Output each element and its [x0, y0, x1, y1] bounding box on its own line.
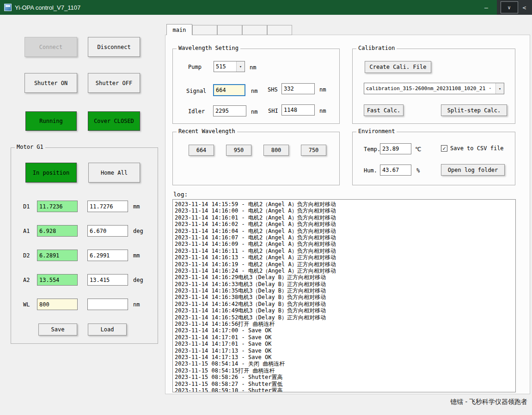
shi-input[interactable]: 1148 [281, 104, 315, 116]
idler-label: Idler [188, 108, 205, 115]
log-line: 2023-11-14 14:16:38电机3（Delay B）负方向相对移动 [175, 294, 515, 300]
log-line: 2023-11-14 14:16:42电机3（Delay B）负方向相对移动 [175, 301, 515, 307]
motor-axis-label: A1 [23, 228, 37, 234]
motor-unit-label: nm [133, 301, 140, 308]
log-line: 2023-11-14 14:16:13 - 电机2（Angel A）正方向相对移… [175, 254, 515, 261]
log-line: 2023-11-14 14:15:59 - 电机2（Angel A）负方向相对移… [175, 201, 515, 208]
pump-select[interactable]: 515 ▾ [214, 61, 245, 72]
window-controls: — ∨ < [476, 0, 532, 15]
humidity-unit-label: % [416, 167, 420, 174]
temp-value[interactable]: 23.89 [380, 143, 411, 154]
home-all-button[interactable]: Home All [88, 163, 140, 183]
shutter-on-button[interactable]: Shutter ON [24, 73, 77, 93]
motor-axis-label: A2 [23, 277, 37, 283]
log-line: 2023-11-15 08:54:14 - 关闭 曲柄连杆 [175, 360, 515, 367]
motor-current-value[interactable]: 13.554 [37, 274, 78, 286]
running-status-button[interactable]: Running [25, 111, 77, 131]
motor-unit-label: deg [133, 277, 143, 283]
log-line: 2023-11-14 14:17:01 - Save OK [175, 341, 515, 347]
load-button[interactable]: Load [88, 323, 127, 336]
calibration-file-select[interactable]: calibration_315-2600nm_20231108_1020_21 … [364, 83, 504, 94]
motor-row: D2 6.2891 6.2991 mm [23, 250, 155, 261]
app-icon [4, 4, 12, 11]
environment-group: Environment [352, 132, 515, 185]
log-line: 2023-11-14 14:16:11 - 电机2（Angel A）负方向相对移… [175, 248, 515, 254]
pump-selected-value: 515 [214, 63, 236, 70]
log-line: 2023-11-14 14:16:52电机3（Delay B）正方向相对移动 [175, 314, 515, 321]
idler-unit-label: nm [251, 109, 257, 115]
log-line: 2023-11-14 14:17:13 - Save OK [175, 354, 515, 360]
tab-unnamed-2[interactable] [192, 25, 217, 35]
recent-wavelength-button[interactable]: 664 [189, 145, 214, 156]
chevron-left-icon[interactable]: < [520, 4, 529, 11]
signal-input[interactable]: 664 [213, 84, 245, 96]
idler-input[interactable]: 2295 [213, 105, 246, 116]
tab-main[interactable]: main [166, 24, 192, 35]
pump-unit-label: nm [250, 64, 256, 71]
motor-target-input[interactable]: 6.670 [87, 225, 128, 237]
environment-title: Environment [356, 128, 397, 134]
log-line: 2023-11-14 14:17:00 - Save OK [175, 327, 515, 334]
chevron-down-icon[interactable]: ∨ [501, 1, 518, 13]
motor-unit-label: mm [133, 252, 140, 259]
title-bar: Yi-OPA control_V7_1107 — ∨ < [0, 0, 532, 15]
minimize-button[interactable]: — [476, 4, 497, 11]
log-line: 2023-11-14 14:16:09 - 电机2（Angel A）负方向相对移… [175, 241, 515, 247]
motor-axis-label: D1 [23, 203, 37, 210]
app-window: Yi-OPA control_V7_1107 — ∨ < Connect Dis… [0, 0, 532, 415]
pump-label: Pump [188, 64, 202, 70]
motor-row: A2 13.554 13.415 deg [23, 274, 155, 286]
check-icon: ✓ [442, 146, 446, 151]
humidity-label: Hum. [364, 167, 377, 174]
open-log-folder-button[interactable]: Open log folder [441, 164, 505, 176]
humidity-value[interactable]: 43.67 [380, 165, 411, 176]
connect-button[interactable]: Connect [24, 37, 77, 57]
motor-target-input[interactable]: 13.415 [87, 274, 128, 286]
recent-wavelength-button[interactable]: 750 [301, 145, 326, 156]
motor-current-value[interactable]: 6.928 [37, 225, 78, 237]
shi-unit-label: nm [319, 108, 326, 114]
log-line: 2023-11-14 14:16:01 - 电机2（Angel A）负方向相对移… [175, 214, 515, 221]
tab-unnamed-5[interactable] [267, 25, 292, 35]
shutter-off-button[interactable]: Shutter OFF [88, 73, 140, 93]
motor-unit-label: deg [133, 228, 143, 234]
motor-current-value[interactable]: 6.2891 [37, 250, 78, 261]
cover-closed-status-button[interactable]: Cover CLOSED [88, 111, 140, 131]
checkbox-icon[interactable]: ✓ [441, 145, 447, 152]
motor-target-input[interactable] [87, 299, 128, 310]
motor-target-input[interactable]: 11.7276 [87, 201, 128, 212]
log-textarea[interactable]: 2023-11-14 14:15:59 - 电机2（Angel A）负方向相对移… [172, 199, 516, 392]
log-line: 2023-11-14 14:16:35电机3（Delay B）正方向相对移动 [175, 287, 515, 294]
recent-wavelength-buttons: 664950800750 [189, 145, 326, 156]
motor-target-input[interactable]: 6.2991 [87, 250, 128, 261]
log-line: 2023-11-14 14:16:04 - 电机2（Angel A）负方向相对移… [175, 228, 515, 234]
log-line: 2023-11-14 14:16:49电机3（Delay B）负方向相对移动 [175, 307, 515, 314]
calibration-title: Calibration [356, 45, 397, 51]
log-line: 2023-11-15 08:58:26 - Shutter置高 [175, 374, 515, 380]
signal-unit-label: nm [251, 88, 257, 94]
motor-axis-rows: D1 11.7236 11.7276 mm A1 6.928 6.670 deg… [23, 201, 155, 323]
tab-unnamed-4[interactable] [242, 25, 267, 35]
in-position-status-button[interactable]: In position [25, 163, 77, 183]
disconnect-button[interactable]: Disconnect [88, 37, 140, 57]
save-button[interactable]: Save [38, 323, 77, 336]
save-csv-checkbox[interactable]: ✓ Save to CSV file [441, 145, 504, 152]
shs-input[interactable]: 332 [281, 83, 315, 94]
combo-arrow-icon[interactable]: ▾ [236, 61, 245, 72]
fast-calc-button[interactable]: Fast Calc. [364, 104, 404, 116]
tab-unnamed-3[interactable] [217, 25, 242, 35]
log-line: 2023-11-14 14:16:24 - 电机2（Angel A）正方向相对移… [175, 268, 515, 274]
create-cali-file-button[interactable]: Create Cali. File [365, 61, 431, 73]
log-label: log: [173, 191, 188, 198]
recent-wavelength-button[interactable]: 950 [226, 145, 251, 156]
wavelength-setting-title: Wavelength Setting [177, 45, 240, 51]
split-step-calc-button[interactable]: Split-step Calc. [441, 104, 507, 116]
motor-current-value[interactable]: 11.7236 [37, 201, 78, 212]
combo-arrow-icon[interactable]: ▾ [495, 83, 504, 94]
brand-slogan: 镱镭 - 飞秒科学仪器领跑者 [451, 398, 527, 406]
save-csv-label: Save to CSV file [450, 145, 504, 152]
signal-label: Signal [186, 88, 206, 94]
log-line: 2023-11-15 08:59:10 - Shutter置高 [175, 387, 515, 392]
motor-current-value[interactable]: 800 [37, 299, 78, 310]
recent-wavelength-button[interactable]: 800 [263, 145, 289, 156]
